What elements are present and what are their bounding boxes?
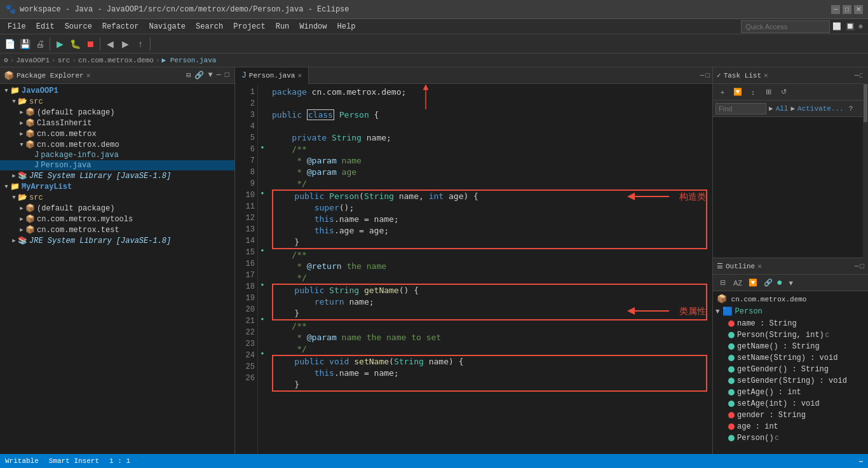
menu-navigate[interactable]: Navigate: [144, 21, 191, 32]
expand-arrow[interactable]: ▼: [18, 142, 25, 148]
menu-refactor[interactable]: Refactor: [97, 21, 144, 32]
tree-item-jre2[interactable]: ▶ 📚 JRE System Library [JavaSE-1.8]: [0, 235, 234, 246]
tree-item-javaoop1[interactable]: ▼ 📁 JavaOOP1: [0, 85, 234, 96]
collapse-all-button[interactable]: ⊟: [185, 70, 192, 81]
outline-item-gender[interactable]: gender : String: [713, 410, 868, 421]
tree-item-cnmetrox[interactable]: ▶ 📦 cn.com.metrox: [0, 128, 234, 139]
outline-item-person[interactable]: ▼ 🟦 Person: [713, 305, 868, 318]
forward-button[interactable]: ▶: [118, 37, 132, 51]
outline-collapse-button[interactable]: ⊟: [715, 276, 729, 290]
outline-item-getage[interactable]: getAge() : int: [713, 387, 868, 398]
task-close-icon[interactable]: ✕: [764, 71, 768, 79]
tree-item-packageinfo[interactable]: J package-info.java: [0, 150, 234, 160]
menu-file[interactable]: File: [3, 21, 31, 32]
menu-help[interactable]: Help: [332, 21, 361, 32]
menu-run[interactable]: Run: [271, 21, 295, 32]
expand-arrow[interactable]: ▼: [3, 88, 10, 94]
tree-item-jre1[interactable]: ▶ 📚 JRE System Library [JavaSE-1.8]: [0, 170, 234, 181]
expand-arrow[interactable]: ▶: [18, 120, 25, 127]
outline-item-age[interactable]: age : int: [713, 421, 868, 432]
tree-item-src[interactable]: ▼ 📂 src: [0, 96, 234, 107]
tree-item-mytools[interactable]: ▶ 📦 cn.com.metrox.mytools: [0, 214, 234, 224]
outline-link-button[interactable]: 🔗: [761, 276, 775, 290]
expand-arrow[interactable]: ▶: [18, 130, 25, 137]
outline-item-setage[interactable]: setAge(int) : void: [713, 398, 868, 410]
debug-button[interactable]: 🐛: [68, 37, 82, 51]
task-group-button[interactable]: ⊞: [761, 85, 775, 99]
tree-item-src2[interactable]: ▼ 📂 src: [0, 192, 234, 203]
outline-item-name[interactable]: name : String: [713, 318, 868, 329]
expand-arrow[interactable]: ▶: [10, 237, 18, 244]
menu-edit[interactable]: Edit: [31, 21, 60, 32]
link-editor-button[interactable]: 🔗: [193, 70, 205, 81]
maximize-button[interactable]: □: [843, 5, 851, 14]
task-search-input[interactable]: [715, 103, 766, 114]
code-scroll-area[interactable]: 1 2 3 4 5 6 7 8 9 10 11 12 13 14 15 16 1: [235, 84, 712, 454]
tab-person-java[interactable]: J Person.java ✕: [235, 67, 309, 84]
quick-access-input[interactable]: [741, 20, 830, 33]
window-controls[interactable]: ─ □ ✕: [831, 5, 863, 14]
minimize-panel-button[interactable]: ─: [215, 70, 222, 81]
expand-arrow[interactable]: ▼: [10, 195, 18, 201]
task-new-button[interactable]: +: [715, 85, 729, 99]
expand-arrow[interactable]: ▶: [18, 109, 25, 116]
expand-arrow[interactable]: ▼: [3, 184, 10, 190]
expand-arrow[interactable]: ▶: [18, 226, 25, 233]
stop-button[interactable]: ⏹: [83, 37, 97, 51]
task-help-button[interactable]: ?: [849, 105, 853, 113]
breadcrumb-package[interactable]: cn.com.metrox.demo: [78, 57, 154, 64]
run-button[interactable]: ▶: [53, 37, 67, 51]
close-icon[interactable]: ✕: [86, 71, 91, 79]
menu-window[interactable]: Window: [294, 21, 332, 32]
tree-item-cnmetroxdemo[interactable]: ▼ 📦 cn.com.metrox.demo: [0, 139, 234, 150]
expand-arrow[interactable]: ▶: [18, 216, 25, 223]
menu-source[interactable]: Source: [60, 21, 97, 32]
outline-item-constructor[interactable]: Person(String, int) C: [713, 329, 868, 341]
minimize-editor-button[interactable]: ─: [700, 72, 705, 79]
outline-sort-button[interactable]: AZ: [731, 276, 745, 290]
tree-item-myarraylist[interactable]: ▼ 📁 MyArrayList: [0, 181, 234, 192]
code-lines[interactable]: package cn.com.metrox.demo; public class…: [267, 84, 712, 454]
print-button[interactable]: 🖨: [33, 37, 47, 51]
maximize-editor-button[interactable]: □: [705, 72, 710, 79]
minimize-button[interactable]: ─: [831, 5, 840, 14]
breadcrumb-project[interactable]: JavaOOP1: [16, 57, 50, 64]
task-refresh-button[interactable]: ↺: [776, 85, 790, 99]
task-sort-button[interactable]: ↕: [746, 85, 760, 99]
menu-search[interactable]: Search: [191, 21, 228, 32]
up-button[interactable]: ↑: [133, 37, 147, 51]
task-minimize-button[interactable]: ─: [855, 72, 859, 79]
task-all-link[interactable]: All: [776, 105, 789, 113]
outline-item-constructor2[interactable]: Person() C: [713, 432, 868, 444]
new-button[interactable]: 📄: [3, 37, 17, 51]
maximize-panel-button[interactable]: □: [224, 70, 231, 81]
task-activate-link[interactable]: Activate...: [797, 105, 844, 113]
outline-view-menu[interactable]: ▼: [784, 276, 798, 290]
save-button[interactable]: 💾: [18, 37, 32, 51]
tab-close-button[interactable]: ✕: [297, 71, 302, 79]
tree-item-default2[interactable]: ▶ 📦 (default package): [0, 203, 234, 214]
expand-arrow[interactable]: ▶: [10, 172, 18, 179]
menu-project[interactable]: Project: [228, 21, 270, 32]
expand-arrow[interactable]: ▼: [10, 99, 18, 105]
close-button[interactable]: ✕: [854, 5, 863, 14]
expand-arrow[interactable]: ▶: [18, 205, 25, 212]
view-menu-button[interactable]: ▼: [207, 70, 214, 81]
tree-item-test[interactable]: ▶ 📦 cn.com.metrox.test: [0, 224, 234, 235]
outline-item-setgender[interactable]: setGender(String) : void: [713, 375, 868, 387]
outline-minimize-button[interactable]: ─: [855, 263, 859, 270]
outline-close-icon[interactable]: ✕: [757, 262, 762, 270]
outline-filter-button[interactable]: 🔽: [746, 276, 760, 290]
task-filter-button[interactable]: 🔽: [731, 85, 745, 99]
tree-item-personjava[interactable]: J Person.java: [0, 160, 234, 170]
outline-item-getgender[interactable]: getGender() : String: [713, 364, 868, 375]
outline-item-setname[interactable]: setName(String) : void: [713, 352, 868, 364]
back-button[interactable]: ◀: [103, 37, 117, 51]
outline-item-getname[interactable]: getName() : String: [713, 341, 868, 352]
right-scrollbar[interactable]: [863, 71, 868, 262]
tree-item-default[interactable]: ▶ 📦 (default package): [0, 107, 234, 118]
outline-maximize-button[interactable]: □: [860, 263, 864, 270]
tree-item-classinherit[interactable]: ▶ 📦 ClassInherit: [0, 118, 234, 128]
breadcrumb-src[interactable]: src: [58, 57, 71, 64]
breadcrumb-file[interactable]: ▶ Person.java: [162, 56, 217, 64]
